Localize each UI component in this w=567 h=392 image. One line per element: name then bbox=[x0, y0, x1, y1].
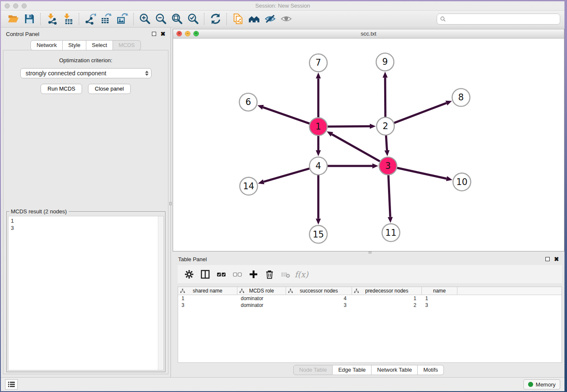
add-row-icon[interactable] bbox=[246, 267, 260, 282]
select-all-checks-icon[interactable] bbox=[214, 267, 228, 282]
result-scrollbar[interactable] bbox=[158, 216, 163, 370]
export-image-icon[interactable] bbox=[115, 12, 129, 26]
graph-edge-4-14[interactable] bbox=[264, 168, 309, 182]
show-eye-icon[interactable] bbox=[279, 12, 293, 26]
table-cell[interactable]: 1 bbox=[422, 295, 457, 301]
run-mcds-button[interactable]: Run MCDS bbox=[41, 84, 82, 94]
zoom-fit-icon[interactable] bbox=[170, 12, 184, 26]
graph-edge-arrowhead bbox=[383, 72, 388, 77]
divider-grip[interactable] bbox=[369, 251, 372, 254]
search-icon bbox=[440, 16, 446, 22]
column-header-MCDS-role[interactable]: MCDS role bbox=[237, 287, 286, 295]
zoom-in-icon[interactable] bbox=[138, 12, 152, 26]
graph-edge-arrowhead bbox=[446, 176, 452, 181]
close-panel-icon[interactable]: ✖ bbox=[160, 31, 165, 37]
zoom-out-icon[interactable] bbox=[154, 12, 168, 26]
table-cell[interactable]: 3 bbox=[178, 302, 237, 308]
column-header-predecessor-nodes[interactable]: predecessor nodes bbox=[352, 287, 422, 295]
table-cell[interactable]: 1 bbox=[178, 295, 237, 301]
graph-node-label: 14 bbox=[243, 181, 254, 191]
import-network-file-icon[interactable] bbox=[44, 12, 59, 26]
refresh-view-icon[interactable] bbox=[208, 12, 223, 26]
table-cell[interactable]: 2 bbox=[352, 302, 422, 308]
table-row[interactable]: 3dominator323 bbox=[178, 302, 561, 309]
table-cell[interactable]: 3 bbox=[422, 302, 457, 308]
zoom-selected-icon[interactable] bbox=[186, 12, 200, 26]
graph-edge-1-2[interactable] bbox=[328, 126, 370, 127]
float-table-panel-icon[interactable] bbox=[545, 257, 550, 261]
graph-node-label: 4 bbox=[316, 161, 321, 171]
mcds-result-item[interactable]: 1 bbox=[11, 217, 161, 224]
network-window-titlebar[interactable]: ✕ − + scc.txt bbox=[173, 29, 564, 39]
desktop-background: Session: New Session bbox=[0, 0, 567, 392]
clone-network-icon[interactable] bbox=[231, 12, 245, 26]
node-table[interactable]: shared nameMCDS rolesuccessor nodesprede… bbox=[178, 287, 562, 363]
search-field[interactable] bbox=[437, 14, 560, 25]
delete-table-icon[interactable] bbox=[278, 267, 292, 282]
graph-edge-2-8[interactable] bbox=[394, 103, 446, 123]
close-network-icon[interactable]: ✕ bbox=[176, 31, 182, 36]
control-panel-header: Control Panel ✖ bbox=[1, 28, 171, 40]
mcds-panel: Optimization criterion: strongly connect… bbox=[3, 50, 168, 374]
table-row[interactable]: 1dominator411 bbox=[178, 295, 561, 302]
graph-edge-2-3[interactable] bbox=[386, 135, 387, 150]
network-canvas[interactable]: 7968124314101511 bbox=[173, 39, 564, 251]
column-header-name[interactable]: name bbox=[422, 287, 457, 295]
table-header-row: shared nameMCDS rolesuccessor nodesprede… bbox=[178, 287, 561, 295]
close-window-icon[interactable] bbox=[5, 3, 10, 8]
task-history-button[interactable] bbox=[5, 379, 18, 389]
columns-icon[interactable] bbox=[198, 267, 212, 282]
minimize-network-icon[interactable]: − bbox=[185, 31, 190, 36]
maximize-network-icon[interactable]: + bbox=[193, 31, 199, 36]
optimization-criterion-dropdown[interactable]: strongly connected component bbox=[20, 68, 151, 78]
graph-edge-3-1[interactable] bbox=[332, 134, 380, 161]
gear-icon[interactable] bbox=[182, 267, 196, 282]
toolbar-separator bbox=[204, 13, 204, 25]
export-table-icon[interactable] bbox=[99, 12, 113, 26]
toolbar-separator bbox=[226, 13, 227, 25]
control-panel-title: Control Panel bbox=[6, 31, 39, 37]
tab-style[interactable]: Style bbox=[63, 40, 86, 50]
close-table-panel-icon[interactable]: ✖ bbox=[554, 256, 559, 262]
export-network-icon[interactable] bbox=[83, 12, 97, 26]
column-header-successor-nodes[interactable]: successor nodes bbox=[286, 287, 352, 295]
graph-edge-2-9[interactable] bbox=[385, 77, 385, 117]
network-graph[interactable]: 7968124314101511 bbox=[173, 39, 564, 251]
hide-selected-eye-icon[interactable] bbox=[263, 12, 277, 26]
tab-select[interactable]: Select bbox=[86, 40, 113, 50]
table-cell[interactable]: dominator bbox=[237, 302, 286, 308]
table-cell[interactable]: 3 bbox=[286, 302, 352, 308]
graph-edge-3-11[interactable] bbox=[388, 175, 390, 217]
graph-edge-arrowhead bbox=[316, 72, 321, 78]
graph-edge-1-6[interactable] bbox=[263, 107, 309, 123]
table-cell[interactable]: 4 bbox=[286, 295, 352, 301]
column-header-shared-name[interactable]: shared name bbox=[178, 287, 237, 295]
function-builder-icon[interactable]: f(x) bbox=[295, 267, 308, 282]
minimize-window-icon[interactable] bbox=[13, 3, 18, 8]
close-panel-button[interactable]: Close panel bbox=[88, 84, 131, 94]
open-session-icon[interactable] bbox=[6, 12, 20, 26]
memory-button[interactable]: Memory bbox=[523, 379, 560, 389]
mcds-result-list[interactable]: 13 bbox=[8, 216, 164, 370]
delete-row-trash-icon[interactable] bbox=[262, 267, 276, 282]
maximize-window-icon[interactable] bbox=[22, 3, 27, 8]
panel-divider-grip[interactable] bbox=[169, 202, 172, 205]
tab-node-table[interactable]: Node Table bbox=[293, 365, 333, 375]
float-panel-icon[interactable] bbox=[152, 32, 156, 36]
table-cell[interactable]: 1 bbox=[352, 295, 422, 301]
import-table-file-icon[interactable] bbox=[61, 12, 75, 26]
mcds-result-item[interactable]: 3 bbox=[11, 224, 161, 232]
tab-mcds[interactable]: MCDS bbox=[113, 40, 140, 50]
table-cell[interactable]: dominator bbox=[237, 295, 286, 301]
search-input[interactable] bbox=[448, 16, 557, 22]
tab-edge-table[interactable]: Edge Table bbox=[333, 365, 372, 375]
tab-motifs[interactable]: Motifs bbox=[418, 365, 444, 375]
graph-edge-3-10[interactable] bbox=[397, 168, 446, 179]
tab-network[interactable]: Network bbox=[30, 40, 63, 50]
toolbar-separator bbox=[40, 13, 41, 25]
graph-edge-arrowhead bbox=[257, 105, 264, 110]
home-view-icon[interactable] bbox=[247, 12, 261, 26]
save-session-icon[interactable] bbox=[22, 12, 36, 26]
deselect-all-checks-icon[interactable] bbox=[230, 267, 244, 282]
tab-network-table[interactable]: Network Table bbox=[372, 365, 418, 375]
